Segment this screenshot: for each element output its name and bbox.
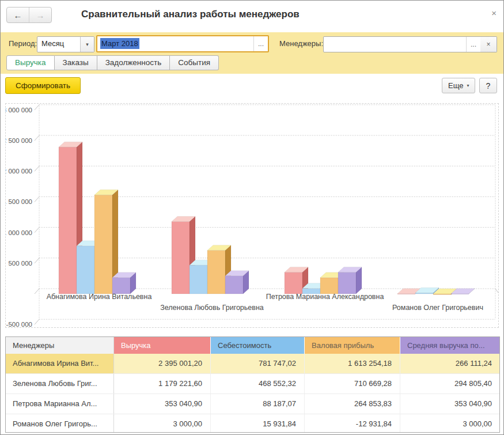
more-button[interactable]: Еще ▾: [442, 78, 475, 93]
value-cell[interactable]: 266 111,24: [400, 354, 500, 373]
managers-label: Менеджеры:: [279, 36, 323, 51]
value-cell[interactable]: -12 931,84: [305, 414, 400, 433]
results-table: МенеджерыВыручкаСебестоимостьВаловая при…: [5, 336, 500, 433]
column-header-1[interactable]: Выручка: [114, 337, 211, 354]
value-cell[interactable]: 88 187,07: [211, 394, 305, 414]
filter-panel: Период: Месяц ▾ Март 2018 ... Менеджеры:…: [1, 32, 503, 74]
back-arrow-icon[interactable]: ←: [7, 7, 29, 22]
column-header-2[interactable]: Себестоимость: [211, 337, 305, 354]
report-tabs: ВыручкаЗаказыЗадолженностьСобытия: [6, 55, 219, 70]
value-cell[interactable]: 1 179 221,60: [114, 374, 211, 394]
svg-text:3 000 000: 3 000 000: [6, 107, 32, 114]
tab-0[interactable]: Выручка: [6, 55, 55, 70]
column-header-3[interactable]: Валовая прибыль: [305, 337, 400, 354]
period-label: Период:: [9, 36, 37, 51]
svg-text:2 000 000: 2 000 000: [6, 168, 32, 175]
category-label: Зеленова Любовь Григорьевна: [160, 304, 264, 312]
period-date-value: Март 2018: [100, 38, 139, 49]
value-cell[interactable]: 353 040,90: [400, 394, 500, 414]
value-cell[interactable]: 264 853,83: [305, 394, 400, 414]
tab-1[interactable]: Заказы: [55, 55, 97, 70]
table-row[interactable]: Зеленова Любовь Григ...1 179 221,60468 5…: [6, 374, 499, 394]
value-cell[interactable]: 353 040,90: [114, 394, 211, 414]
svg-text:2 500 000: 2 500 000: [6, 137, 32, 144]
manager-name-cell[interactable]: Петрова Марианна Ал...: [6, 394, 114, 414]
manager-name-cell[interactable]: Абнагимова Ирина Вит...: [6, 354, 114, 373]
value-cell[interactable]: 15 931,84: [211, 414, 305, 433]
svg-text:1 000 000: 1 000 000: [6, 229, 32, 236]
period-date-picker-button[interactable]: ...: [253, 36, 268, 51]
value-cell[interactable]: 468 552,32: [211, 374, 305, 394]
category-label: Петрова Марианна Александровна: [266, 293, 384, 301]
period-type-value: Месяц: [37, 37, 80, 52]
value-cell[interactable]: 781 747,02: [211, 354, 305, 373]
column-header-4[interactable]: Средняя выручка по...: [400, 337, 500, 354]
managers-bar-chart: 3 000 0002 500 0002 000 0001 500 0001 00…: [5, 103, 499, 328]
chevron-down-icon: ▾: [467, 83, 469, 88]
app-window: ← → Сравнительный анализ работы менеджер…: [0, 0, 504, 435]
manager-name-cell[interactable]: Романов Олег Григорь...: [6, 414, 114, 433]
svg-text:1 500 000: 1 500 000: [6, 198, 32, 205]
generate-button[interactable]: Сформировать: [5, 77, 81, 94]
category-label: Абнагимова Ирина Витальевна: [47, 293, 152, 301]
tab-2[interactable]: Задолженность: [97, 55, 170, 70]
svg-text:-500 000: -500 000: [6, 321, 32, 327]
managers-value: [324, 37, 466, 52]
page-title: Сравнительный анализ работы менеджеров: [81, 9, 300, 20]
help-button[interactable]: ?: [479, 78, 497, 93]
chevron-down-icon[interactable]: ▾: [80, 37, 94, 52]
table-header-row: МенеджерыВыручкаСебестоимостьВаловая при…: [6, 337, 499, 354]
table-row[interactable]: Романов Олег Григорь...3 000,0015 931,84…: [6, 414, 499, 433]
value-cell[interactable]: 3 000,00: [114, 414, 211, 433]
managers-clear-button[interactable]: ×: [480, 36, 497, 52]
managers-input[interactable]: ...: [323, 36, 481, 52]
managers-picker-button[interactable]: ...: [466, 37, 480, 52]
forward-arrow-icon[interactable]: →: [29, 7, 51, 22]
tab-3[interactable]: События: [170, 55, 219, 70]
value-cell[interactable]: 2 395 001,20: [114, 354, 211, 373]
value-cell[interactable]: 710 669,28: [305, 374, 400, 394]
nav-button-group: ← →: [6, 7, 52, 23]
manager-name-cell[interactable]: Зеленова Любовь Григ...: [6, 374, 114, 394]
more-button-label: Еще: [448, 81, 463, 90]
svg-text:500 000: 500 000: [8, 260, 32, 267]
value-cell[interactable]: 1 613 254,18: [305, 354, 400, 373]
period-date-input[interactable]: Март 2018 ...: [96, 35, 269, 52]
bar-chart-canvas: 3 000 0002 500 0002 000 0001 500 0001 00…: [6, 104, 498, 327]
category-label: Романов Олег Григорьевич: [392, 304, 483, 312]
value-cell[interactable]: 3 000,00: [400, 414, 500, 433]
title-bar: ← → Сравнительный анализ работы менеджер…: [1, 1, 503, 32]
value-cell[interactable]: 294 805,40: [400, 374, 500, 394]
table-row[interactable]: Петрова Марианна Ал...353 040,9088 187,0…: [6, 394, 499, 414]
close-icon[interactable]: ×: [491, 8, 497, 18]
table-row[interactable]: Абнагимова Ирина Вит...2 395 001,20781 7…: [6, 354, 499, 374]
period-type-select[interactable]: Месяц ▾: [37, 36, 94, 52]
column-header-0[interactable]: Менеджеры: [6, 337, 114, 354]
